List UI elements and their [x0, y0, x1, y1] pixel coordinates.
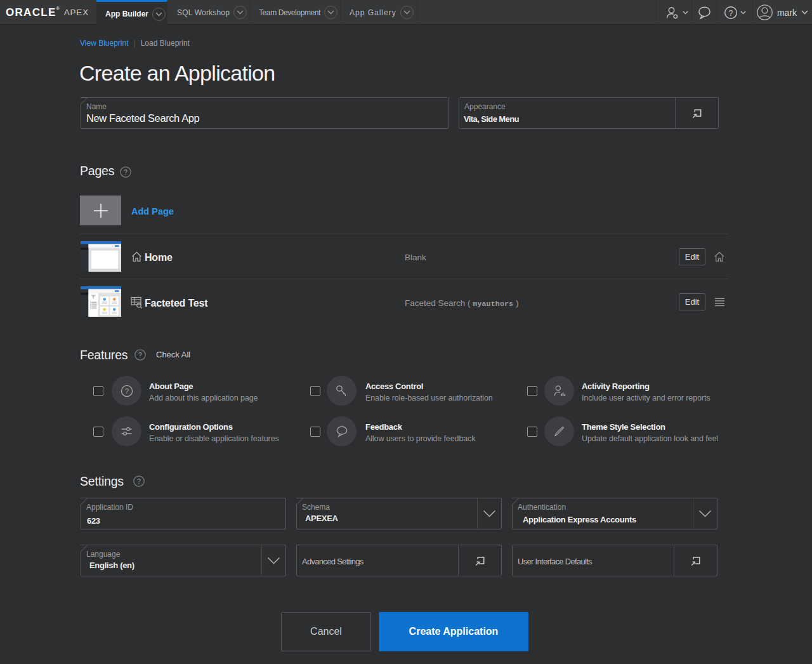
svg-text:?: ?: [137, 477, 141, 485]
svg-text:?: ?: [138, 351, 142, 359]
svg-text:?: ?: [124, 168, 128, 176]
svg-text:?: ?: [124, 387, 128, 395]
svg-text:?: ?: [728, 8, 733, 17]
